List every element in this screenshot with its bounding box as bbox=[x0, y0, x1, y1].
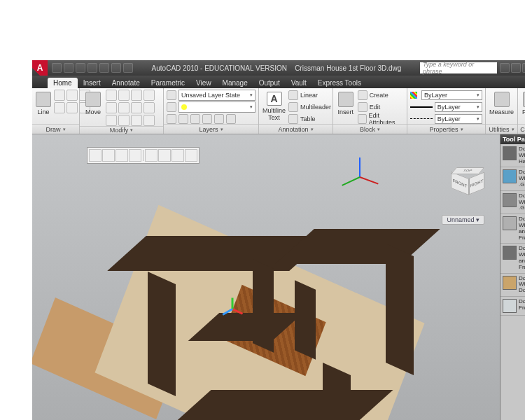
viewcube[interactable]: FRONT RIGHT TOP bbox=[445, 162, 487, 204]
panel-title-modify[interactable]: Modify bbox=[80, 126, 163, 134]
dim-linear-icon[interactable] bbox=[288, 90, 298, 100]
vt-btn-2[interactable] bbox=[102, 149, 115, 162]
layer-match-icon[interactable] bbox=[202, 114, 212, 124]
panel-title-clipboard[interactable]: Clipboard bbox=[518, 124, 525, 134]
qat-undo-icon[interactable] bbox=[88, 63, 97, 73]
tab-view[interactable]: View bbox=[190, 78, 217, 88]
join-icon[interactable] bbox=[144, 115, 155, 126]
move-button[interactable]: Move bbox=[83, 90, 104, 122]
edit-attributes-icon[interactable] bbox=[358, 114, 367, 124]
palette-item[interactable]: Doors&Windows.Frosted bbox=[500, 297, 525, 316]
tab-output[interactable]: Output bbox=[253, 78, 286, 88]
rotate-icon[interactable] bbox=[118, 90, 130, 101]
palette-item[interactable]: Doors - Windows.Hardware.Chrome bbox=[500, 144, 525, 167]
panel-title-block[interactable]: Block bbox=[333, 124, 407, 134]
tab-vault[interactable]: Vault bbox=[286, 78, 312, 88]
ucs-y-axis-icon bbox=[342, 176, 360, 186]
qat-new-icon[interactable] bbox=[52, 63, 62, 73]
layer-prev-icon[interactable] bbox=[214, 114, 224, 124]
block-create-icon[interactable] bbox=[358, 90, 368, 100]
view-toolbar bbox=[87, 147, 200, 164]
layer-freeze-icon[interactable] bbox=[167, 102, 176, 112]
qat-redo-icon[interactable] bbox=[99, 63, 109, 73]
vt-btn-6[interactable] bbox=[158, 149, 171, 162]
panel-title-utilities[interactable]: Utilities bbox=[486, 124, 517, 134]
viewcube-top[interactable]: TOP bbox=[451, 167, 484, 174]
tab-manage[interactable]: Manage bbox=[217, 78, 253, 88]
lineweight-combo[interactable]: ByLayer bbox=[435, 102, 482, 112]
panel-title-properties[interactable]: Properties bbox=[407, 124, 485, 134]
mtext-button[interactable]: A Multiline Text bbox=[262, 90, 286, 122]
view-label[interactable]: Unnamed ▾ bbox=[442, 215, 484, 225]
tab-parametric[interactable]: Parametric bbox=[146, 78, 190, 88]
quick-access-toolbar bbox=[49, 63, 136, 73]
layer-properties-icon[interactable] bbox=[167, 90, 176, 100]
palette-item[interactable]: Doors - Windows.and Frames.Alumi bbox=[500, 214, 525, 244]
palette-item[interactable]: Doors - Windows..Glass.Mirrored bbox=[500, 191, 525, 214]
scale-icon[interactable] bbox=[106, 115, 117, 126]
tab-home[interactable]: Home bbox=[48, 78, 78, 88]
line-button[interactable]: Line bbox=[35, 90, 52, 122]
table-icon[interactable] bbox=[288, 114, 298, 124]
layer-walk-icon[interactable] bbox=[226, 114, 236, 124]
fillet-icon[interactable] bbox=[118, 102, 130, 113]
qat-plot-icon[interactable] bbox=[111, 63, 121, 73]
gizmo-x-icon bbox=[232, 308, 243, 314]
stretch-icon[interactable] bbox=[144, 102, 155, 113]
vt-btn-5[interactable] bbox=[145, 149, 158, 162]
vt-btn-3[interactable] bbox=[115, 149, 128, 162]
vt-btn-1[interactable] bbox=[89, 149, 102, 162]
infocenter-search[interactable]: Type a keyword or phrase bbox=[420, 62, 497, 74]
layer-lock-icon[interactable] bbox=[190, 114, 200, 124]
move-gizmo[interactable] bbox=[223, 299, 241, 317]
subscription-icon[interactable] bbox=[511, 63, 521, 73]
copy-icon[interactable] bbox=[106, 90, 117, 101]
vt-btn-8[interactable] bbox=[185, 149, 197, 162]
palette-title[interactable]: Tool Palettes - All Pa bbox=[500, 134, 525, 144]
vt-btn-4[interactable] bbox=[129, 149, 141, 162]
panel-title-draw[interactable]: Draw bbox=[32, 124, 79, 134]
comm-center-icon[interactable] bbox=[522, 63, 525, 73]
array-icon[interactable] bbox=[118, 115, 130, 126]
qat-open-icon[interactable] bbox=[64, 63, 74, 73]
drawing-canvas[interactable]: FRONT RIGHT TOP Unnamed ▾ bbox=[32, 134, 500, 420]
linetype-icon bbox=[410, 118, 433, 119]
erase-icon[interactable] bbox=[144, 90, 155, 101]
tab-express-tools[interactable]: Express Tools bbox=[312, 78, 367, 88]
insert-button[interactable]: Insert bbox=[336, 90, 356, 122]
tab-annotate[interactable]: Annotate bbox=[106, 78, 146, 88]
layer-state-combo[interactable]: Unsaved Layer State bbox=[178, 90, 255, 101]
viewcube-front[interactable]: FRONT bbox=[451, 172, 469, 196]
palette-item[interactable]: Doors - Windows..Glass.Clear bbox=[500, 167, 525, 190]
offset-icon[interactable] bbox=[131, 115, 142, 126]
layer-combo[interactable] bbox=[178, 102, 255, 113]
qat-more-icon[interactable] bbox=[123, 63, 133, 73]
panel-title-annotation[interactable]: Annotation bbox=[259, 124, 332, 134]
ucs-triad bbox=[339, 155, 381, 197]
viewcube-right[interactable]: RIGHT bbox=[469, 172, 484, 195]
explode-icon[interactable] bbox=[131, 102, 142, 113]
rectangle-icon[interactable] bbox=[54, 102, 65, 113]
mirror-icon[interactable] bbox=[106, 102, 117, 113]
linetype-combo[interactable]: ByLayer bbox=[435, 114, 482, 124]
paste-button[interactable]: Paste bbox=[521, 90, 525, 122]
ellipse-icon[interactable] bbox=[66, 102, 78, 113]
vt-btn-7[interactable] bbox=[172, 149, 184, 162]
ucs-z-axis-icon bbox=[359, 158, 360, 177]
trim-icon[interactable] bbox=[131, 90, 142, 101]
palette-item[interactable]: Doors - Windows.Doors.Ash bbox=[500, 274, 525, 297]
layer-off-icon[interactable] bbox=[167, 114, 176, 124]
polyline-icon[interactable] bbox=[54, 90, 65, 101]
layer-isolate-icon[interactable] bbox=[178, 114, 188, 124]
multileader-icon[interactable] bbox=[288, 102, 298, 112]
measure-button[interactable]: Measure bbox=[489, 90, 514, 122]
search-icon[interactable] bbox=[500, 63, 510, 73]
autocad-logo[interactable]: A bbox=[32, 60, 48, 76]
panel-title-layers[interactable]: Layers bbox=[164, 124, 258, 134]
color-combo[interactable]: ByLayer bbox=[421, 90, 482, 100]
block-edit-icon[interactable] bbox=[358, 102, 368, 112]
qat-save-icon[interactable] bbox=[76, 63, 85, 73]
tab-insert[interactable]: Insert bbox=[78, 78, 106, 88]
palette-item[interactable]: Doors - Windows.and Frames.Steel bbox=[500, 244, 525, 273]
circle-icon[interactable] bbox=[66, 90, 78, 101]
